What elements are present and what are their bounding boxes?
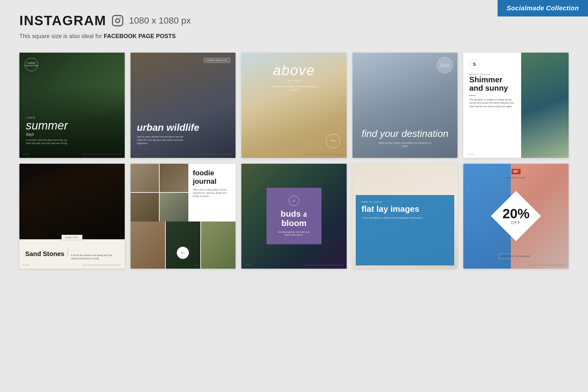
description: In summer, when the days were long, our … — [26, 139, 71, 145]
bottom-photos — [131, 222, 236, 269]
urban-wildlife-card[interactable]: URBAN WILDLIFE urban wildlife Tips for u… — [131, 53, 236, 158]
card-footer: AUTHOR VISIT THE WEBSITE AT WWW.GRAPHICR… — [463, 153, 569, 155]
subtitle-bold: FACEBOOK PAGE POSTS — [104, 33, 176, 39]
footer-author: AUTHOR — [245, 264, 251, 266]
diamond-content: 20% OFF — [502, 207, 530, 225]
footer-url: VISIT THE WEBSITE AT WWW.GRAPHICRIVER.NE… — [82, 153, 121, 155]
badge-icon: ✓ — [292, 199, 296, 203]
footer-url: VISIT THE WEBSITE AT WWW.GRAPHICRIVER.NE… — [415, 153, 455, 155]
card-badge: URBAN WILDLIFE — [204, 58, 230, 63]
card-badge: SEAL — [177, 247, 189, 259]
footer-author: AUTHOR — [356, 153, 362, 155]
footer-author: AUTHOR — [356, 264, 362, 266]
main-title: find your destination — [352, 128, 458, 139]
description: It was the gentle music of the sky, lay.… — [268, 85, 320, 92]
center-box: ✓ buds & bloom Growing together, bud aft… — [267, 188, 321, 244]
title-section: foodie journal Take note of cutting-edge… — [188, 164, 236, 222]
badge-circle: S — [469, 59, 479, 69]
badge-text: SUMMER COLLECTION — [25, 62, 38, 67]
footer-author: AUTHOR — [245, 153, 251, 155]
title-line2: bloom — [281, 218, 307, 228]
card-footer: AUTHOR VISIT THE WEBSITE AT WWW.GRAPHICR… — [352, 264, 458, 266]
photo-cell-3 — [131, 193, 159, 222]
blue-box: HOW TO STYLE flat lay images 12 tips and… — [356, 195, 455, 265]
footer-url: VISIT THE WEBSITE AT WWW.GRAPHICRIVER.NE… — [526, 153, 565, 155]
instagram-icon — [111, 15, 124, 27]
dimension-label: 1080 x 1080 px — [129, 15, 191, 26]
main-title: Shimmer and sunny — [469, 76, 515, 93]
main-title: flat lay images — [362, 204, 449, 214]
svg-rect-0 — [112, 15, 123, 26]
footer-url: VISIT THE WEBSITE AT WWW.GRAPHICRIVER.NE… — [526, 264, 565, 266]
brand-badge: RF — [512, 169, 520, 174]
card-footer: AUTHOR VISIT THE WEBSITE AT WWW.GRAPHICR… — [241, 264, 347, 266]
sand-stones-card[interactable]: HABITAT Sand Stones If not for the stone… — [19, 164, 125, 269]
card-footer: AUTHOR VISIT THE WEBSITE AT WWW.GRAPHICR… — [463, 264, 569, 266]
card-badge: SUMMER COLLECTION — [25, 58, 38, 71]
left-panel: S BRAND DESIGN Shimmer and sunny The sky… — [463, 53, 521, 158]
code-label: FOR CODE: SOCIALMADE — [502, 255, 530, 257]
footer-url: VISIT THE WEBSITE AT WWW.GRAPHICRIVER.NE… — [304, 264, 343, 266]
sub-title: days — [26, 132, 71, 137]
off-label: OFF — [502, 221, 530, 225]
footer-url: VISIT THE WEBSITE AT WWW.GRAPHICRIVER.NE… — [193, 264, 232, 266]
bottom-photo-2 — [166, 222, 200, 269]
title-line1: buds — [281, 209, 301, 219]
divider — [68, 247, 68, 256]
right-panel — [521, 53, 569, 158]
description: The sky takes on shades of orange during… — [469, 98, 515, 108]
badge-text: FIND YOUR DESTINATION — [437, 63, 453, 67]
divider — [469, 95, 476, 96]
subtitle: This square size is also ideal for FACEB… — [19, 33, 569, 40]
instagram-label: INSTAGRAM — [19, 13, 106, 28]
summer-days-card[interactable]: SUMMER COLLECTION long summer days In su… — [19, 53, 125, 158]
title-row: Sand Stones If not for the stones in the… — [25, 247, 119, 260]
card-footer: AUTHOR VISIT THE WEBSITE AT WWW.GRAPHICR… — [131, 153, 236, 155]
footer-author: AUTHOR — [23, 264, 29, 266]
footer-url: VISIT THE WEBSITE AT WWW.GRAPHICRIVER.NE… — [304, 153, 343, 155]
footer-url: VISIT THE WEBSITE AT WWW.GRAPHICRIVER.NE… — [82, 264, 121, 266]
card-footer: AUTHOR VISIT THE WEBSITE AT WWW.GRAPHICR… — [352, 153, 458, 155]
footer-author: AUTHOR — [467, 264, 473, 266]
card-footer: AUTHOR VISIT THE WEBSITE AT WWW.GRAPHICR… — [131, 264, 236, 266]
above-card[interactable]: above the sky It was the gentle music of… — [241, 53, 347, 158]
photo-cell-4 — [160, 193, 188, 222]
summer-sale-label: SUMMER SALE — [506, 177, 526, 179]
photo-cell-2 — [160, 164, 188, 192]
footer-url: VISIT THE WEBSITE AT WWW.GRAPHICRIVER.NE… — [415, 264, 455, 266]
flat-lay-card[interactable]: HOW TO STYLE flat lay images 12 tips and… — [352, 164, 458, 269]
description: Being human is given, but keeping our hu… — [376, 141, 434, 148]
foodie-journal-card[interactable]: foodie journal Take note of cutting-edge… — [131, 164, 236, 269]
main-title: foodie journal — [193, 169, 231, 186]
main-title: buds & bloom — [276, 209, 312, 228]
badge-text: ABOVE — [330, 140, 336, 142]
description: Growing together, bud after bud, bloom a… — [276, 230, 312, 237]
card-footer: AUTHOR VISIT THE WEBSITE AT WWW.GRAPHICR… — [241, 153, 347, 155]
title-amp: & — [303, 211, 307, 218]
main-title: summer — [26, 120, 71, 131]
main-title: urban wildlife — [137, 122, 199, 133]
main-title: Sand Stones — [25, 250, 64, 258]
sub-title: the sky — [241, 79, 347, 82]
card-content: urban wildlife Tips for urban dwellers a… — [137, 122, 199, 145]
svg-point-2 — [120, 17, 121, 18]
card-badge: S — [469, 59, 515, 69]
description: If not for the stones in the sandy bed, … — [71, 254, 119, 260]
code-box: FOR CODE: SOCIALMADE — [499, 253, 534, 259]
footer-url: VISIT THE WEBSITE AT WWW.GRAPHICRIVER.NE… — [193, 153, 232, 155]
photo-cell-1 — [131, 164, 159, 192]
card-content: long summer days In summer, when the day… — [26, 116, 71, 145]
footer-author: AUTHOR — [23, 153, 29, 155]
card-badge: ABOVE — [326, 134, 340, 148]
photo-grid — [131, 164, 188, 222]
footer-author: AUTHOR — [134, 153, 141, 155]
buds-bloom-card[interactable]: ✓ buds & bloom Growing together, bud aft… — [241, 164, 347, 269]
shimmer-sunny-card[interactable]: S BRAND DESIGN Shimmer and sunny The sky… — [463, 53, 569, 158]
bottom-photo-1 — [131, 222, 165, 269]
small-label: long — [26, 116, 71, 119]
habitat-badge: HABITAT — [62, 235, 83, 240]
card-footer: AUTHOR VISIT THE WEBSITE AT WWW.GRAPHICR… — [19, 264, 125, 266]
summer-sale-card[interactable]: RF SUMMER SALE 20% OFF FOR CODE: SOCIALM… — [463, 164, 569, 269]
svg-point-1 — [116, 19, 120, 23]
find-destination-card[interactable]: FIND YOUR DESTINATION find your destinat… — [352, 53, 458, 158]
